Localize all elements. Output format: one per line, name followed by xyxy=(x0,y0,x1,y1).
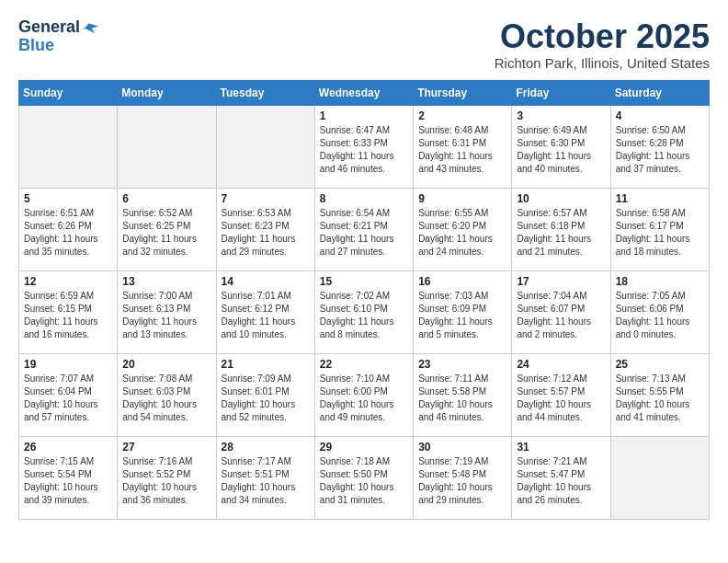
calendar-cell: 26Sunrise: 7:15 AMSunset: 5:54 PMDayligh… xyxy=(19,436,118,519)
calendar-cell: 17Sunrise: 7:04 AMSunset: 6:07 PMDayligh… xyxy=(512,270,610,353)
weekday-header: Friday xyxy=(512,80,610,105)
calendar-cell: 14Sunrise: 7:01 AMSunset: 6:12 PMDayligh… xyxy=(216,270,314,353)
calendar-cell xyxy=(118,105,216,188)
calendar-cell: 15Sunrise: 7:02 AMSunset: 6:10 PMDayligh… xyxy=(314,270,413,353)
day-number: 22 xyxy=(320,358,408,371)
cell-info: Sunrise: 6:55 AMSunset: 6:20 PMDaylight:… xyxy=(418,207,506,259)
cell-info: Sunrise: 7:08 AMSunset: 6:03 PMDaylight:… xyxy=(122,373,210,424)
day-number: 7 xyxy=(222,192,310,205)
calendar-week-row: 5Sunrise: 6:51 AMSunset: 6:26 PMDaylight… xyxy=(19,188,710,270)
cell-info: Sunrise: 6:49 AMSunset: 6:30 PMDaylight:… xyxy=(517,124,605,176)
weekday-header: Saturday xyxy=(610,80,709,105)
month-title: October 2025 xyxy=(495,18,710,55)
day-number: 31 xyxy=(517,441,605,454)
day-number: 8 xyxy=(320,192,408,205)
cell-info: Sunrise: 7:04 AMSunset: 6:07 PMDaylight:… xyxy=(517,290,605,341)
cell-info: Sunrise: 7:00 AMSunset: 6:13 PMDaylight:… xyxy=(122,290,210,341)
calendar-cell xyxy=(216,105,314,188)
calendar-cell: 9Sunrise: 6:55 AMSunset: 6:20 PMDaylight… xyxy=(414,188,512,270)
cell-info: Sunrise: 7:02 AMSunset: 6:10 PMDaylight:… xyxy=(320,290,408,341)
cell-info: Sunrise: 7:07 AMSunset: 6:04 PMDaylight:… xyxy=(24,373,112,424)
calendar-cell: 3Sunrise: 6:49 AMSunset: 6:30 PMDaylight… xyxy=(512,105,610,188)
calendar-cell: 5Sunrise: 6:51 AMSunset: 6:26 PMDaylight… xyxy=(19,188,118,270)
day-number: 28 xyxy=(222,441,310,454)
cell-info: Sunrise: 6:57 AMSunset: 6:18 PMDaylight:… xyxy=(517,207,605,259)
day-number: 15 xyxy=(320,275,408,288)
day-number: 30 xyxy=(418,441,506,454)
day-number: 5 xyxy=(24,192,112,205)
calendar-cell: 10Sunrise: 6:57 AMSunset: 6:18 PMDayligh… xyxy=(512,188,610,270)
calendar-cell: 13Sunrise: 7:00 AMSunset: 6:13 PMDayligh… xyxy=(118,270,216,353)
day-number: 9 xyxy=(418,192,506,205)
cell-info: Sunrise: 7:16 AMSunset: 5:52 PMDaylight:… xyxy=(122,455,210,507)
weekday-header: Sunday xyxy=(19,80,118,105)
day-number: 14 xyxy=(222,275,310,288)
cell-info: Sunrise: 7:17 AMSunset: 5:51 PMDaylight:… xyxy=(222,455,310,507)
day-number: 6 xyxy=(122,192,210,205)
cell-info: Sunrise: 6:59 AMSunset: 6:15 PMDaylight:… xyxy=(24,290,112,341)
weekday-header: Monday xyxy=(118,80,216,105)
cell-info: Sunrise: 6:53 AMSunset: 6:23 PMDaylight:… xyxy=(222,207,310,259)
calendar-cell: 2Sunrise: 6:48 AMSunset: 6:31 PMDaylight… xyxy=(414,105,512,188)
calendar-cell: 12Sunrise: 6:59 AMSunset: 6:15 PMDayligh… xyxy=(19,270,118,353)
cell-info: Sunrise: 6:58 AMSunset: 6:17 PMDaylight:… xyxy=(616,207,704,259)
calendar-cell: 4Sunrise: 6:50 AMSunset: 6:28 PMDaylight… xyxy=(610,105,709,188)
location-subtitle: Richton Park, Illinois, United States xyxy=(495,55,710,71)
svg-marker-0 xyxy=(82,23,98,33)
day-number: 4 xyxy=(616,109,704,122)
day-number: 17 xyxy=(517,275,605,288)
calendar-cell: 27Sunrise: 7:16 AMSunset: 5:52 PMDayligh… xyxy=(118,436,216,519)
cell-info: Sunrise: 7:05 AMSunset: 6:06 PMDaylight:… xyxy=(616,290,704,341)
cell-info: Sunrise: 6:48 AMSunset: 6:31 PMDaylight:… xyxy=(418,124,506,176)
cell-info: Sunrise: 7:01 AMSunset: 6:12 PMDaylight:… xyxy=(222,290,310,341)
cell-info: Sunrise: 7:09 AMSunset: 6:01 PMDaylight:… xyxy=(222,373,310,424)
calendar-cell: 29Sunrise: 7:18 AMSunset: 5:50 PMDayligh… xyxy=(314,436,413,519)
calendar-cell: 18Sunrise: 7:05 AMSunset: 6:06 PMDayligh… xyxy=(610,270,709,353)
calendar-cell: 7Sunrise: 6:53 AMSunset: 6:23 PMDaylight… xyxy=(216,188,314,270)
calendar-cell: 30Sunrise: 7:19 AMSunset: 5:48 PMDayligh… xyxy=(414,436,512,519)
day-number: 23 xyxy=(418,358,506,371)
day-number: 29 xyxy=(320,441,408,454)
calendar-week-row: 1Sunrise: 6:47 AMSunset: 6:33 PMDaylight… xyxy=(19,105,710,188)
day-number: 26 xyxy=(24,441,112,454)
cell-info: Sunrise: 6:52 AMSunset: 6:25 PMDaylight:… xyxy=(122,207,210,259)
cell-info: Sunrise: 7:13 AMSunset: 5:55 PMDaylight:… xyxy=(616,373,704,424)
calendar-cell: 1Sunrise: 6:47 AMSunset: 6:33 PMDaylight… xyxy=(314,105,413,188)
cell-info: Sunrise: 7:12 AMSunset: 5:57 PMDaylight:… xyxy=(517,373,605,424)
calendar-cell: 31Sunrise: 7:21 AMSunset: 5:47 PMDayligh… xyxy=(512,436,610,519)
calendar-cell: 23Sunrise: 7:11 AMSunset: 5:58 PMDayligh… xyxy=(414,353,512,436)
calendar-cell: 8Sunrise: 6:54 AMSunset: 6:21 PMDaylight… xyxy=(314,188,413,270)
calendar-cell: 25Sunrise: 7:13 AMSunset: 5:55 PMDayligh… xyxy=(610,353,709,436)
calendar-week-row: 26Sunrise: 7:15 AMSunset: 5:54 PMDayligh… xyxy=(19,436,710,519)
day-number: 21 xyxy=(222,358,310,371)
logo: General Blue xyxy=(18,18,98,55)
day-number: 13 xyxy=(122,275,210,288)
calendar-cell: 24Sunrise: 7:12 AMSunset: 5:57 PMDayligh… xyxy=(512,353,610,436)
logo-general: General xyxy=(18,18,80,37)
cell-info: Sunrise: 6:51 AMSunset: 6:26 PMDaylight:… xyxy=(24,207,112,259)
day-number: 24 xyxy=(517,358,605,371)
weekday-header: Wednesday xyxy=(314,80,413,105)
calendar-cell: 28Sunrise: 7:17 AMSunset: 5:51 PMDayligh… xyxy=(216,436,314,519)
logo-blue: Blue xyxy=(18,37,54,55)
day-number: 12 xyxy=(24,275,112,288)
day-number: 2 xyxy=(418,109,506,122)
logo-bird-icon xyxy=(82,21,98,34)
cell-info: Sunrise: 7:21 AMSunset: 5:47 PMDaylight:… xyxy=(517,455,605,507)
cell-info: Sunrise: 6:47 AMSunset: 6:33 PMDaylight:… xyxy=(320,124,408,176)
calendar-cell: 11Sunrise: 6:58 AMSunset: 6:17 PMDayligh… xyxy=(610,188,709,270)
calendar-week-row: 12Sunrise: 6:59 AMSunset: 6:15 PMDayligh… xyxy=(19,270,710,353)
calendar-table: SundayMondayTuesdayWednesdayThursdayFrid… xyxy=(18,80,710,520)
calendar-cell: 21Sunrise: 7:09 AMSunset: 6:01 PMDayligh… xyxy=(216,353,314,436)
calendar-cell: 16Sunrise: 7:03 AMSunset: 6:09 PMDayligh… xyxy=(414,270,512,353)
title-block: October 2025 Richton Park, Illinois, Uni… xyxy=(495,18,710,71)
calendar-cell: 22Sunrise: 7:10 AMSunset: 6:00 PMDayligh… xyxy=(314,353,413,436)
day-number: 3 xyxy=(517,109,605,122)
cell-info: Sunrise: 7:19 AMSunset: 5:48 PMDaylight:… xyxy=(418,455,506,507)
calendar-cell: 20Sunrise: 7:08 AMSunset: 6:03 PMDayligh… xyxy=(118,353,216,436)
day-number: 1 xyxy=(320,109,408,122)
weekday-header: Thursday xyxy=(414,80,512,105)
day-number: 16 xyxy=(418,275,506,288)
cell-info: Sunrise: 7:18 AMSunset: 5:50 PMDaylight:… xyxy=(320,455,408,507)
cell-info: Sunrise: 6:50 AMSunset: 6:28 PMDaylight:… xyxy=(616,124,704,176)
